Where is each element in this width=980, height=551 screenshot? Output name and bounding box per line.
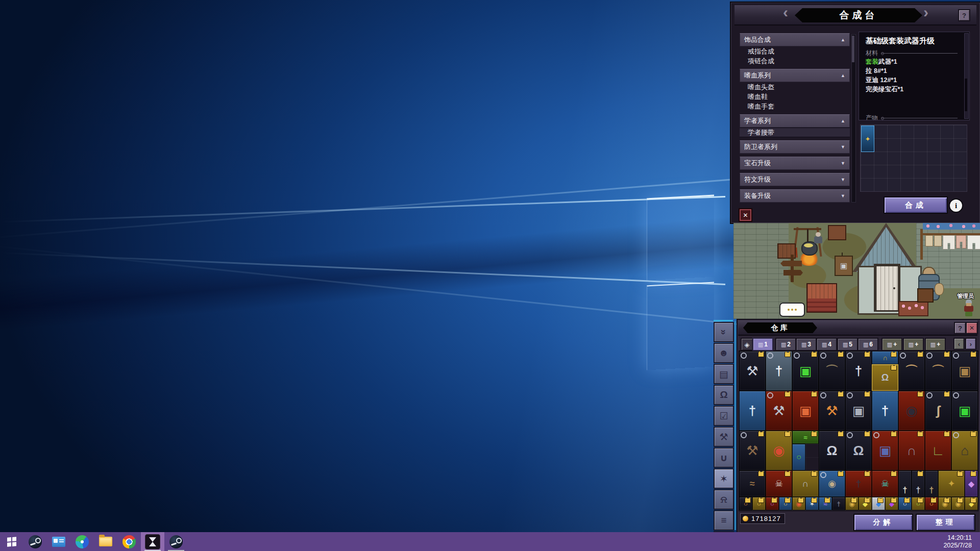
warehouse-titlebar[interactable]: 仓库 ? ✕ (738, 320, 977, 336)
warehouse-item-gold-ring[interactable]: ○ (925, 497, 938, 510)
decompose-button[interactable]: 分解 (853, 514, 913, 531)
start-button[interactable] (0, 532, 23, 551)
warehouse-item-gladiator-helmet[interactable]: Ω (872, 364, 898, 391)
help-button[interactable]: ? (958, 9, 970, 21)
warehouse-item-purple-gem[interactable]: ◆ (885, 497, 898, 510)
warehouse-item-bow[interactable]: ⌒ (925, 351, 951, 391)
warehouse-item-white-paw[interactable]: ✶ (805, 497, 819, 510)
warehouse-item-plague-hat[interactable]: ⌂ (951, 431, 978, 470)
warehouse-item-scythe[interactable]: ʃ (925, 391, 951, 431)
category-header-3[interactable]: 嗜血系列▲ (740, 69, 850, 82)
sidebar-storage-chest-icon[interactable]: ▤ (714, 364, 734, 384)
warehouse-item-greatsword[interactable]: † (872, 391, 898, 431)
sidebar-anvil-icon[interactable]: ⚒ (714, 427, 734, 447)
craft-button[interactable]: 合成 (884, 196, 948, 214)
category-item-6[interactable]: 嗜血手套 (740, 102, 850, 111)
warehouse-tab-5[interactable]: ▥5 (837, 338, 858, 351)
gem-tab-button[interactable]: ◈ (741, 338, 753, 351)
warehouse-item-orange-axe[interactable]: ⚒ (819, 391, 845, 431)
sidebar-magic-wand-icon[interactable]: ✶ (714, 468, 734, 489)
warehouse-item-bow[interactable]: ⌒ (898, 351, 925, 391)
category-item-1[interactable]: 戒指合成 (740, 46, 850, 56)
warehouse-item-red-gold-armor[interactable]: ▣ (792, 391, 819, 431)
mail-app-button[interactable] (70, 532, 94, 551)
category-item-8[interactable]: 学者腰带 (740, 128, 850, 137)
category-scrollbar-thumb[interactable] (852, 36, 854, 62)
warehouse-item-dark-wing-blade[interactable]: ⌒ (819, 351, 845, 391)
warehouse-tab-6[interactable]: ▥6 (857, 338, 878, 351)
sidebar-bell-icon[interactable]: ⍾ (714, 489, 734, 510)
recipe-scrollbar-thumb[interactable] (965, 79, 967, 111)
warehouse-item-cuirass[interactable]: ▣ (845, 391, 872, 431)
warehouse-item-war-hammer[interactable]: ⚒ (766, 391, 792, 431)
warehouse-tab-4[interactable]: ▥4 (816, 338, 837, 351)
warehouse-tab-+[interactable]: ▥+ (903, 338, 924, 351)
warehouse-item-purple-cloth[interactable]: ≈ (819, 497, 832, 510)
warehouse-item-green-ring[interactable]: ○ (912, 497, 925, 510)
warehouse-item-yellow-pendant[interactable]: ◆ (965, 497, 978, 510)
warehouse-item-gold-medallion[interactable]: ◉ (845, 497, 859, 510)
warehouse-help-button[interactable]: ? (954, 322, 966, 334)
cook-npc-body[interactable] (814, 236, 822, 243)
warehouse-item-amulet[interactable]: ◆ (859, 497, 872, 510)
next-tabs-button[interactable]: › (965, 338, 976, 350)
warehouse-item-chain-necklace[interactable]: ∩ (792, 470, 819, 497)
warehouse-item-leather-armor[interactable]: ▣ (951, 351, 978, 391)
contacts-app-button[interactable] (47, 532, 70, 551)
file-explorer-button[interactable] (94, 532, 117, 551)
warehouse-item-roman-shield[interactable]: ◉ (766, 431, 792, 470)
warehouse-item-grid[interactable]: ⚒†▣⌒†∩Ω⌒⌒▣†⚒▣⚒▣†◉ʃ▣⚒◉≈○ΩΩ▣∩∟⌂≈☠∩◉†☠†††✦◆… (739, 350, 978, 511)
category-header-9[interactable]: 防卫者系列▼ (740, 140, 850, 154)
warehouse-item-necklace[interactable]: ∩ (872, 351, 898, 364)
warehouse-item-pentacle-pendant[interactable]: ✦ (938, 470, 965, 497)
prev-tabs-button[interactable]: ‹ (953, 338, 965, 350)
category-header-7[interactable]: 学者系列▲ (740, 114, 850, 128)
warehouse-tab-2[interactable]: ▥2 (775, 338, 796, 351)
category-item-5[interactable]: 嗜血鞋 (740, 92, 850, 102)
cook-npc-head[interactable] (816, 232, 821, 237)
sidebar-helmet-icon[interactable]: Ω (714, 385, 734, 405)
warehouse-item-orange-ring[interactable]: ○ (739, 497, 752, 510)
warehouse-item-green-armor[interactable]: ▣ (792, 351, 819, 391)
warehouse-item-gold-medallion[interactable]: ◉ (951, 497, 965, 510)
admin-npc-torso[interactable] (964, 306, 973, 312)
category-header-0[interactable]: 饰品合成▲ (740, 33, 850, 46)
warehouse-item-sword[interactable]: † (845, 351, 872, 391)
warehouse-item-green-belt[interactable]: ≈ (792, 431, 819, 444)
taskbar-clock[interactable]: 14:20:11 2025/7/28 (943, 534, 972, 549)
warehouse-item-gold-ring[interactable]: ○ (752, 497, 766, 510)
category-header-10[interactable]: 宝石升级▼ (740, 157, 850, 170)
warehouse-tab-+[interactable]: ▥+ (881, 338, 902, 351)
warehouse-item-blue-gem[interactable]: ◆ (872, 497, 885, 510)
sidebar-quest-scroll-icon[interactable]: ☑ (714, 406, 734, 426)
warehouse-item-green-boots[interactable]: ∟ (925, 431, 951, 470)
warehouse-item-teal-skull[interactable]: ☠ (872, 470, 898, 497)
warehouse-item-shadow-armor[interactable]: ▣ (872, 431, 898, 470)
category-item-4[interactable]: 嗜血头盔 (740, 82, 850, 92)
warehouse-item-dark-dagger[interactable]: † (832, 497, 845, 510)
warehouse-item-ruby-ring[interactable]: ◉ (792, 497, 805, 510)
warehouse-item-leather-belt[interactable]: ≈ (739, 470, 766, 497)
info-icon[interactable]: i (949, 198, 963, 213)
warehouse-item-green-glow-armor[interactable]: ▣ (951, 391, 978, 431)
warehouse-item-spiked-shield[interactable]: ◉ (898, 391, 925, 431)
warehouse-item-round-shield[interactable]: ◉ (819, 470, 845, 497)
warehouse-item-hooded-cowl[interactable]: ∩ (898, 431, 925, 470)
crafting-slot-grid[interactable]: ✦ (860, 124, 967, 192)
sidebar-collapse-double-chevron-icon[interactable]: » (714, 322, 734, 342)
category-header-11[interactable]: 符文升级▼ (740, 173, 850, 186)
category-scrollbar[interactable] (851, 34, 856, 203)
warehouse-item-dark-axe[interactable]: ⚒ (739, 431, 766, 470)
warehouse-item-diamond-ring[interactable]: ○ (898, 497, 912, 510)
warehouse-item-rapier[interactable]: † (766, 351, 792, 391)
slot-item-set-weapon[interactable]: ✦ (861, 126, 874, 152)
steam-running-button[interactable] (164, 532, 188, 551)
admin-npc-face[interactable] (966, 303, 971, 306)
warehouse-item-purple-amulet[interactable]: ◆ (965, 470, 978, 497)
crafting-titlebar[interactable]: ‹ 合成台 › ? (734, 5, 976, 26)
warehouse-item-gold-ring[interactable]: ○ (779, 497, 792, 510)
sidebar-character-icon[interactable]: ☻ (714, 343, 734, 363)
sort-button[interactable]: 整理 (916, 514, 975, 531)
warehouse-item-great-helm[interactable]: Ω (819, 431, 845, 470)
warehouse-close-button[interactable]: ✕ (966, 322, 978, 334)
